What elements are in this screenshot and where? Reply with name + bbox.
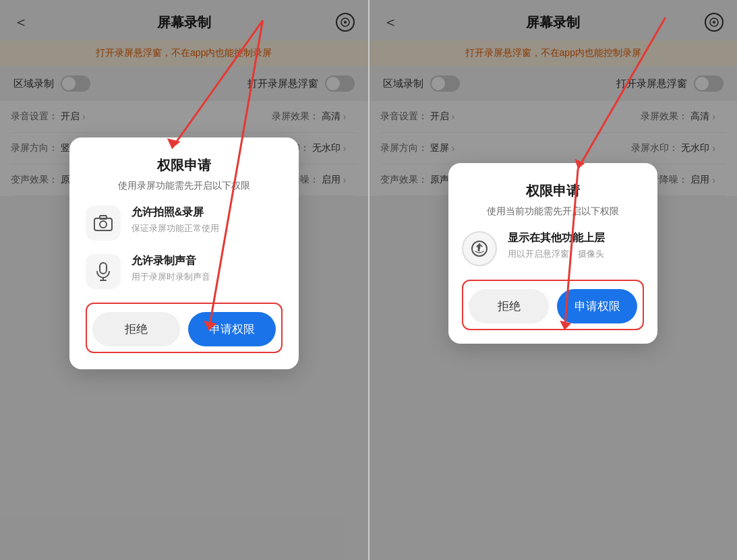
right-perm1-name: 显示在其他功能上层 xyxy=(508,231,605,245)
right-panel: ＜ 屏幕录制 打开录屏悬浮窗，不在app内也能控制录屏 区域录制 打开录屏悬浮窗… xyxy=(368,0,738,560)
right-apply-button[interactable]: 申请权限 xyxy=(557,289,637,323)
left-perm2-desc: 用于录屏时录制声音 xyxy=(131,271,210,283)
left-perm2: 允许录制声音 用于录屏时录制声音 xyxy=(86,254,283,289)
left-perm1-text: 允许拍照&录屏 保证录屏功能正常使用 xyxy=(131,206,219,235)
left-perm1: 允许拍照&录屏 保证录屏功能正常使用 xyxy=(86,206,283,241)
right-dialog-subtitle: 使用当前功能需先开启以下权限 xyxy=(462,206,644,218)
svg-line-17 xyxy=(578,18,666,168)
svg-line-8 xyxy=(172,20,263,148)
right-perm1-text: 显示在其他功能上层 用以开启悬浮窗、摄像头 xyxy=(508,231,605,260)
svg-rect-5 xyxy=(100,263,107,274)
left-overlay: 权限申请 使用录屏功能需先开启以下权限 允许拍照&录屏 保证录屏功能正常使用 xyxy=(0,0,368,560)
svg-point-3 xyxy=(100,221,107,228)
right-dialog-buttons: 拒绝 申请权限 xyxy=(469,289,637,323)
left-reject-button[interactable]: 拒绝 xyxy=(92,312,180,346)
right-perm1-desc: 用以开启悬浮窗、摄像头 xyxy=(508,248,605,260)
left-perm2-name: 允许录制声音 xyxy=(131,254,210,268)
left-perm1-desc: 保证录屏功能正常使用 xyxy=(131,222,219,235)
right-dialog-title: 权限申请 xyxy=(462,182,644,200)
left-dialog-title: 权限申请 xyxy=(86,156,283,175)
left-perm2-text: 允许录制声音 用于录屏时录制声音 xyxy=(131,254,210,283)
right-perm1: ⬆ 显示在其他功能上层 用以开启悬浮窗、摄像头 xyxy=(462,231,644,266)
right-overlay: 权限申请 使用当前功能需先开启以下权限 ⬆ 显示在其他功能上层 xyxy=(370,0,738,560)
left-dialog-subtitle: 使用录屏功能需先开启以下权限 xyxy=(86,180,283,192)
right-buttons-wrapper: 拒绝 申请权限 xyxy=(462,280,644,330)
svg-text:⬆: ⬆ xyxy=(475,244,482,253)
left-perm1-name: 允许拍照&录屏 xyxy=(131,206,219,220)
svg-rect-2 xyxy=(94,218,112,230)
left-panel: ＜ 屏幕录制 打开录屏悬浮窗，不在app内也能控制录屏 区域录制 打开录屏悬浮窗… xyxy=(0,0,368,560)
left-dialog: 权限申请 使用录屏功能需先开启以下权限 允许拍照&录屏 保证录屏功能正常使用 xyxy=(69,137,299,369)
right-reject-button[interactable]: 拒绝 xyxy=(469,289,549,323)
left-dialog-buttons: 拒绝 申请权限 xyxy=(92,312,276,346)
left-buttons-wrapper: 拒绝 申请权限 xyxy=(86,303,283,353)
right-overlay-icon: ⬆ xyxy=(462,231,497,266)
right-dialog: 权限申请 使用当前功能需先开启以下权限 ⬆ 显示在其他功能上层 xyxy=(448,163,657,344)
svg-rect-4 xyxy=(100,216,107,219)
left-camera-icon xyxy=(86,206,121,241)
left-mic-icon xyxy=(86,254,121,289)
left-apply-button[interactable]: 申请权限 xyxy=(188,312,276,346)
